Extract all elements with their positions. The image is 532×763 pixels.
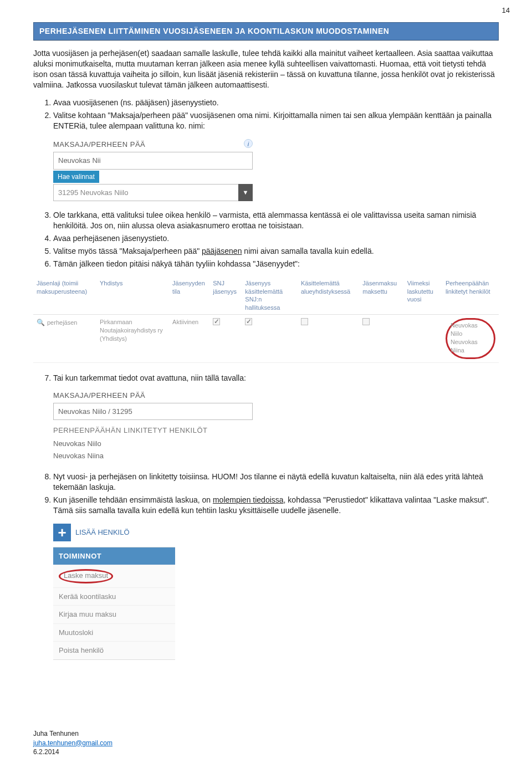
th-linkitetyt: Perheenpäähän linkitetyt henkilöt (442, 277, 499, 315)
checkbox-maksettu (362, 318, 370, 325)
cell-jasenlaji: perhejäsen (47, 319, 77, 326)
step-list-2: Ole tarkkana, että valituksi tulee oikea… (33, 210, 499, 269)
table-row[interactable]: 🔍perhejäsen Pirkanmaan Noutajakoirayhdis… (33, 315, 499, 362)
cell-laskutettu (404, 315, 442, 362)
step-5-underline: pääjäsenen (202, 247, 242, 255)
step-9-underline: molempien tiedoissa (213, 495, 284, 504)
maksaja-label: MAKSAJA/PERHEEN PÄÄ (53, 140, 145, 148)
hae-valinnat-button[interactable]: Hae valinnat (53, 171, 99, 183)
laske-maksut-label: Laske maksut (64, 571, 108, 580)
step-9: Kun jäsenille tehdään ensimmäistä laskua… (53, 495, 499, 516)
section-title-bar: PERHEJÄSENEN LIITTÄMINEN VUOSIJÄSENEEN J… (33, 22, 499, 40)
step-list-1: Avaa vuosijäsenen (ns. pääjäsen) jäsenyy… (33, 98, 499, 131)
th-kasittelematta-snj: Jäsenyys käsittelemättä SNJ:n hallitukse… (242, 277, 298, 315)
cell-linked-2: Neuvokas Niina (451, 339, 478, 354)
step-3: Ole tarkkana, että valituksi tulee oikea… (53, 210, 499, 231)
toiminnot-header: TOIMINNOT (53, 547, 175, 565)
screenshot-membership-table: Jäsenlaji (toimii maksuperusteena) Yhdis… (33, 277, 499, 363)
linkitetyt-label: PERHEENPÄÄHÄN LINKITETYT HENKILÖT (53, 426, 253, 436)
step-list-4: Nyt vuosi- ja perhejäsen on linkitetty t… (33, 472, 499, 516)
step-5: Valitse myös tässä "Maksaja/perheen pää"… (53, 246, 499, 257)
action-muutosloki[interactable]: Muutosloki (53, 623, 175, 642)
page-number: 14 (502, 6, 510, 16)
add-person-button[interactable]: + LISÄÄ HENKILÖ (53, 524, 175, 541)
step-6: Tämän jälkeen tiedon pitäisi näkyä tähän… (53, 259, 499, 269)
checkbox-snj-hallitus (245, 318, 252, 325)
step-4: Avaa perhejäsenen jäsenyystieto. (53, 233, 499, 244)
maksaja-label-2: MAKSAJA/PERHEEN PÄÄ (53, 391, 253, 401)
th-maksettu: Jäsenmaksu maksettu (359, 277, 403, 315)
step-8: Nyt vuosi- ja perhejäsen on linkitetty t… (53, 472, 499, 493)
checkbox-alue (301, 318, 308, 325)
action-laske-maksut[interactable]: Laske maksut (53, 565, 175, 587)
cell-yhdistys: Pirkanmaan Noutajakoirayhdistys ry (Yhdi… (96, 315, 169, 362)
th-jasenlaji: Jäsenlaji (toimii maksuperusteena) (33, 277, 96, 315)
search-icon[interactable]: 🔍 (37, 319, 45, 326)
chevron-down-icon[interactable]: ▼ (238, 184, 253, 202)
step-list-3: Tai kun tarkemmat tiedot ovat avattuna, … (33, 373, 499, 383)
step-1: Avaa vuosijäsenen (ns. pääjäsen) jäsenyy… (53, 98, 499, 108)
action-kirjaa-muu-maksu[interactable]: Kirjaa muu maksu (53, 605, 175, 623)
maksaja-select[interactable]: 31295 Neuvokas Niilo (53, 184, 253, 202)
th-snj: SNJ jäsenyys (209, 277, 242, 315)
plus-icon: + (53, 524, 71, 541)
maksaja-text-input[interactable]: Neuvokas Nii (53, 152, 253, 170)
step-2: Valitse kohtaan "Maksaja/perheen pää" vu… (53, 110, 499, 131)
screenshot-toiminnot-panel: + LISÄÄ HENKILÖ TOIMINNOT Laske maksut K… (53, 524, 175, 660)
th-kasittelematta-alue: Käsittelemättä alueyhdistyksessä (298, 277, 359, 315)
red-circle-annotation: Neuvokas Niilo Neuvokas Niina (446, 318, 495, 359)
step-5-text-a: Valitse myös tässä "Maksaja/perheen pää" (53, 247, 202, 255)
cell-tila: Aktiivinen (169, 315, 209, 362)
step-7: Tai kun tarkemmat tiedot ovat avattuna, … (53, 373, 499, 383)
linked-person-2: Neuvokas Niina (53, 450, 253, 462)
checkbox-snj (213, 318, 220, 325)
step-5-text-b: nimi aivan samalla tavalla kuin edellä. (242, 247, 374, 255)
action-keraa-koontilasku[interactable]: Kerää koontilasku (53, 587, 175, 606)
intro-paragraph: Jotta vuosijäsen ja perhejäsen(et) saada… (33, 48, 499, 90)
cell-linked-1: Neuvokas Niilo (451, 322, 478, 337)
linked-person-1: Neuvokas Niilo (53, 438, 253, 450)
maksaja-value[interactable]: Neuvokas Niilo / 31295 (53, 403, 253, 421)
th-tila: Jäsenyyden tila (169, 277, 209, 315)
add-person-label: LISÄÄ HENKILÖ (75, 528, 130, 537)
info-icon[interactable]: i (244, 139, 253, 148)
red-circle-annotation-2: Laske maksut (59, 569, 113, 583)
th-yhdistys: Yhdistys (96, 277, 169, 315)
screenshot-maksaja-field: MAKSAJA/PERHEEN PÄÄ i Neuvokas Nii Hae v… (53, 139, 253, 201)
screenshot-linked-persons: MAKSAJA/PERHEEN PÄÄ Neuvokas Niilo / 312… (53, 391, 253, 462)
th-laskutettu: Viimeksi laskutettu vuosi (404, 277, 442, 315)
step-9-text-a: Kun jäsenille tehdään ensimmäistä laskua… (53, 495, 213, 504)
action-poista-henkilo[interactable]: Poista henkilö (53, 641, 175, 659)
